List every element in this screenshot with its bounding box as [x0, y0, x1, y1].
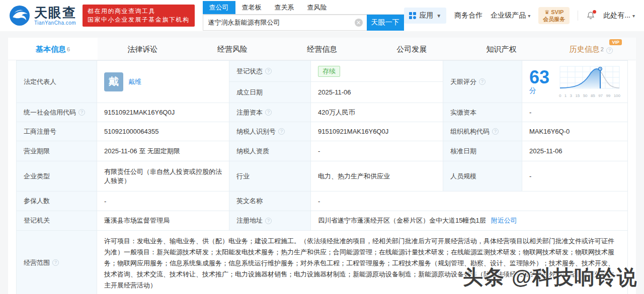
notification-bell-icon[interactable]: [586, 11, 595, 20]
slogan-line2: 国家中小企业发展子基金旗下机构: [88, 16, 190, 24]
help-icon[interactable]: ?: [265, 109, 272, 116]
logo-text-cn: 天眼查: [34, 6, 76, 19]
tab-ip-label: 知识产权: [487, 45, 517, 53]
score-unit: 分: [529, 86, 536, 94]
nearby-companies-link[interactable]: 附近公司: [491, 216, 517, 225]
paid-capital-label: 实缴资本: [443, 103, 522, 122]
tab-company-development[interactable]: 公司发展: [367, 38, 456, 60]
apps-label: 应用: [419, 11, 433, 20]
table-row: 工商注册号 510921000064355 纳税人识别号? 91510921MA…: [17, 122, 627, 141]
table-row: 企业类型 有限责任公司（非自然人投资或控股的法人独资） 行业 电力、热力生产和供…: [17, 161, 627, 191]
header-nav: 应用 ▼ 商务合作 企业级产品 ▾ ♛ SVIP 会员服务 此处有... ▾: [404, 7, 635, 24]
search-tab-boss[interactable]: 查老板: [235, 1, 268, 14]
score-value: 63分: [522, 61, 627, 103]
apps-menu-button[interactable]: 应用 ▼: [404, 8, 446, 24]
tab-risk-label: 经营风险: [217, 45, 248, 53]
reg-authority-value: 蓬溪县市场监督管理局: [97, 211, 229, 230]
industry-label: 行业: [229, 161, 311, 191]
help-icon[interactable]: ?: [278, 128, 285, 135]
user-menu[interactable]: 此处有... ▾: [603, 11, 635, 20]
clear-search-icon[interactable]: ✕: [355, 19, 363, 27]
help-icon[interactable]: ?: [606, 47, 613, 54]
table-row: 经营范围? 许可项目：发电业务、输电业务、供（配）电业务；建设工程施工。（依法须…: [17, 231, 627, 294]
staff-size-label: 人员规模: [443, 161, 522, 191]
svip-membership-button[interactable]: ♛ SVIP 会员服务: [538, 7, 570, 24]
approve-date-value: 2025-11-06: [522, 141, 627, 161]
legal-rep-label: 法定代表人: [17, 61, 97, 103]
credit-code-value: 91510921MAK16Y6Q0J: [97, 103, 229, 122]
tab-history-info[interactable]: VIP 历史信息2?: [546, 38, 636, 60]
estab-date-value: 2025-11-06: [311, 82, 443, 103]
english-name-label: 英文名称: [229, 191, 311, 211]
taxpayer-quali-label: 纳税人资质: [229, 141, 311, 161]
tab-opinfo-label: 经营信息: [307, 45, 337, 53]
org-code-value: MAK16Y6Q-0: [522, 122, 627, 141]
credit-code-label: 统一社会信用代码?: [17, 103, 97, 122]
help-icon[interactable]: ?: [78, 109, 85, 116]
search-input[interactable]: [203, 15, 367, 31]
approve-date-label: 核准日期: [443, 141, 522, 161]
score-axis-labels: 0131550859799100: [559, 93, 620, 98]
search-tab-company[interactable]: 查公司: [203, 1, 235, 14]
tab-intellectual-property[interactable]: 知识产权: [456, 38, 546, 60]
company-detail-card: 基本信息6 法律诉讼 经营风险 经营信息 公司发展 知识产权 VIP 历史信息2…: [8, 38, 636, 294]
tab-operation-info[interactable]: 经营信息: [277, 38, 367, 60]
table-row: 参保人数 - 英文名称 -: [17, 191, 627, 211]
reg-address-value: 四川省遂宁市蓬溪经开区（金桥片区）金中大道15幢负1层 附近公司: [311, 211, 627, 230]
vip-badge: VIP: [609, 39, 622, 45]
estab-date-label: 成立日期: [229, 82, 311, 103]
search-button[interactable]: 天眼一下: [367, 15, 404, 31]
search-tab-risk[interactable]: 查风险: [301, 1, 334, 14]
search-tabs: 查公司 查老板 查关系 查风险: [203, 1, 404, 15]
org-code-label: 组织机构代码?: [443, 122, 522, 141]
svip-sublabel: 会员服务: [543, 16, 565, 23]
user-menu-label: 此处有...: [603, 11, 630, 20]
business-term-value: 2025-11-06 至 无固定期限: [97, 141, 229, 161]
legal-rep-name-link[interactable]: 戴维: [128, 77, 141, 86]
site-header: 天眼查 TianYanCha.com 都在用的商业查询工具 国家中小企业发展子基…: [0, 0, 644, 31]
notification-dot: [593, 10, 596, 14]
help-icon[interactable]: ?: [492, 128, 499, 135]
company-type-label: 企业类型: [17, 161, 97, 191]
reg-number-value: 510921000064355: [97, 122, 229, 141]
reg-status-value: 存续: [311, 61, 443, 81]
section-tabs: 基本信息6 法律诉讼 经营风险 经营信息 公司发展 知识产权 VIP 历史信息2…: [8, 38, 636, 60]
reg-address-label: 注册地址?: [229, 211, 311, 230]
staff-size-value: -: [522, 161, 627, 191]
tab-basic-info[interactable]: 基本信息6: [8, 38, 98, 60]
business-cooperation-link[interactable]: 商务合作: [454, 11, 482, 20]
tab-operation-risk[interactable]: 经营风险: [188, 38, 277, 60]
taxpayer-id-value: 91510921MAK16Y6Q0J: [311, 122, 443, 141]
table-row: 法定代表人 戴 戴维 登记状态? 存续 成立日期 2025-11-06 天眼评分…: [17, 61, 627, 103]
tab-basic-info-count: 6: [67, 46, 70, 52]
help-icon[interactable]: ?: [52, 259, 59, 266]
reg-status-label: 登记状态?: [229, 61, 311, 81]
svip-label: SVIP: [551, 9, 564, 15]
tab-legal-label: 法律诉讼: [127, 45, 157, 53]
help-icon[interactable]: ?: [265, 218, 272, 224]
company-type-value: 有限责任公司（非自然人投资或控股的法人独资）: [97, 161, 229, 191]
avatar[interactable]: 戴: [104, 72, 123, 91]
insured-count-label: 参保人数: [17, 191, 97, 211]
enterprise-products-link[interactable]: 企业级产品 ▾: [491, 11, 530, 20]
status-date-group: 登记状态? 存续 成立日期 2025-11-06: [229, 61, 443, 103]
tab-legal-proceedings[interactable]: 法律诉讼: [98, 38, 187, 60]
table-row: 营业期限 2025-11-06 至 无固定期限 纳税人资质 - 核准日期 202…: [17, 141, 627, 161]
search-block: 查公司 查老板 查关系 查风险 ✕ 天眼一下: [203, 1, 404, 31]
search-tab-relation[interactable]: 查关系: [268, 1, 301, 14]
help-icon[interactable]: ?: [479, 78, 486, 85]
tab-history-count: 2: [601, 46, 604, 52]
tianyancha-logo-icon: [9, 5, 30, 26]
business-scope-value: 许可项目：发电业务、输电业务、供（配）电业务；建设工程施工。（依法须经批准的项目…: [97, 231, 627, 294]
business-term-label: 营业期限: [17, 141, 97, 161]
slogan-line1: 都在用的商业查询工具: [88, 7, 190, 16]
chevron-down-icon: ▾: [528, 13, 530, 19]
help-icon[interactable]: ?: [265, 68, 272, 74]
chevron-down-icon: ▼: [436, 13, 441, 19]
basic-info-table: 法定代表人 戴 戴维 登记状态? 存续 成立日期 2025-11-06 天眼评分…: [16, 60, 628, 294]
tianyancha-logo[interactable]: 天眼查 TianYanCha.com: [9, 5, 76, 26]
business-scope-label: 经营范围?: [17, 231, 97, 294]
taxpayer-quali-value: -: [311, 141, 443, 161]
table-row: 登记机关 蓬溪县市场监督管理局 注册地址? 四川省遂宁市蓬溪经开区（金桥片区）金…: [17, 211, 627, 231]
insured-count-value: -: [97, 191, 229, 211]
